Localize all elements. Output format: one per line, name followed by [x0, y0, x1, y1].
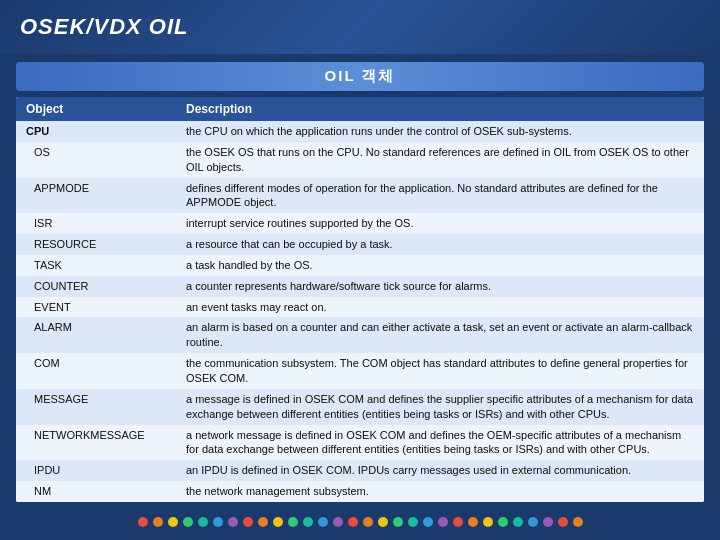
table-container: Object Description CPUthe CPU on which t…: [16, 97, 704, 502]
table-row: ALARMan alarm is based on a counter and …: [16, 317, 704, 353]
decorative-dot: [408, 517, 418, 527]
decorative-dot: [138, 517, 148, 527]
description-cell: interrupt service routines supported by …: [176, 213, 704, 234]
decorative-dot: [168, 517, 178, 527]
decorative-dot: [438, 517, 448, 527]
decorative-dot: [558, 517, 568, 527]
decorative-dot: [543, 517, 553, 527]
decorative-dot: [258, 517, 268, 527]
content-area: OIL 객체 Object Description CPUthe CPU on …: [0, 54, 720, 510]
table-row: EVENTan event tasks may react on.: [16, 297, 704, 318]
table-header-row: Object Description: [16, 97, 704, 121]
decorative-dot: [528, 517, 538, 527]
description-cell: an event tasks may react on.: [176, 297, 704, 318]
decorative-dot: [423, 517, 433, 527]
description-cell: a network message is defined in OSEK COM…: [176, 425, 704, 461]
table-row: IPDUan IPDU is defined in OSEK COM. IPDU…: [16, 460, 704, 481]
objects-table: Object Description CPUthe CPU on which t…: [16, 97, 704, 502]
description-cell: an IPDU is defined in OSEK COM. IPDUs ca…: [176, 460, 704, 481]
decorative-dot: [303, 517, 313, 527]
decorative-dot: [318, 517, 328, 527]
decorative-dot: [198, 517, 208, 527]
object-cell: ALARM: [16, 317, 176, 353]
decorative-dot: [453, 517, 463, 527]
description-cell: an alarm is based on a counter and can e…: [176, 317, 704, 353]
bottom-dots: [0, 510, 720, 532]
decorative-dot: [333, 517, 343, 527]
object-cell: CPU: [16, 121, 176, 142]
decorative-dot: [348, 517, 358, 527]
decorative-dot: [288, 517, 298, 527]
decorative-dot: [498, 517, 508, 527]
decorative-dot: [273, 517, 283, 527]
object-cell: OS: [16, 142, 176, 178]
table-row: TASKa task handled by the OS.: [16, 255, 704, 276]
table-row: OSthe OSEK OS that runs on the CPU. No s…: [16, 142, 704, 178]
table-row: APPMODEdefines different modes of operat…: [16, 178, 704, 214]
table-row: COMthe communication subsystem. The COM …: [16, 353, 704, 389]
decorative-dot: [573, 517, 583, 527]
description-cell: defines different modes of operation for…: [176, 178, 704, 214]
decorative-dot: [378, 517, 388, 527]
object-cell: COM: [16, 353, 176, 389]
description-cell: the CPU on which the application runs un…: [176, 121, 704, 142]
decorative-dot: [243, 517, 253, 527]
table-row: MESSAGEa message is defined in OSEK COM …: [16, 389, 704, 425]
table-row: CPUthe CPU on which the application runs…: [16, 121, 704, 142]
description-cell: a counter represents hardware/software t…: [176, 276, 704, 297]
decorative-dot: [483, 517, 493, 527]
description-cell: a resource that can be occupied by a tas…: [176, 234, 704, 255]
table-row: NMthe network management subsystem.: [16, 481, 704, 502]
decorative-dot: [513, 517, 523, 527]
object-cell: NM: [16, 481, 176, 502]
col-description: Description: [176, 97, 704, 121]
decorative-dot: [183, 517, 193, 527]
description-cell: the network management subsystem.: [176, 481, 704, 502]
object-cell: EVENT: [16, 297, 176, 318]
object-cell: NETWORKMESSAGE: [16, 425, 176, 461]
object-cell: MESSAGE: [16, 389, 176, 425]
col-object: Object: [16, 97, 176, 121]
table-row: NETWORKMESSAGEa network message is defin…: [16, 425, 704, 461]
app-title: OSEK/VDX OIL: [20, 14, 188, 40]
object-cell: ISR: [16, 213, 176, 234]
decorative-dot: [213, 517, 223, 527]
description-cell: the communication subsystem. The COM obj…: [176, 353, 704, 389]
section-title-bar: OIL 객체: [16, 62, 704, 91]
description-cell: a message is defined in OSEK COM and def…: [176, 389, 704, 425]
object-cell: IPDU: [16, 460, 176, 481]
decorative-dot: [468, 517, 478, 527]
decorative-dot: [393, 517, 403, 527]
object-cell: TASK: [16, 255, 176, 276]
description-cell: the OSEK OS that runs on the CPU. No sta…: [176, 142, 704, 178]
object-cell: COUNTER: [16, 276, 176, 297]
table-row: RESOURCEa resource that can be occupied …: [16, 234, 704, 255]
object-cell: RESOURCE: [16, 234, 176, 255]
description-cell: a task handled by the OS.: [176, 255, 704, 276]
decorative-dot: [153, 517, 163, 527]
table-row: COUNTERa counter represents hardware/sof…: [16, 276, 704, 297]
decorative-dot: [228, 517, 238, 527]
object-cell: APPMODE: [16, 178, 176, 214]
header: OSEK/VDX OIL: [0, 0, 720, 54]
table-row: ISRinterrupt service routines supported …: [16, 213, 704, 234]
decorative-dot: [363, 517, 373, 527]
section-title: OIL 객체: [325, 67, 396, 84]
